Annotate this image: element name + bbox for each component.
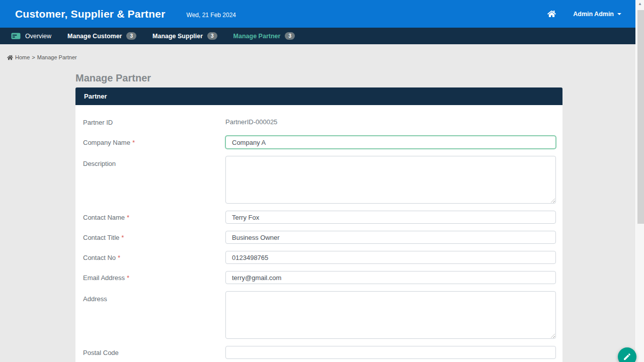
count-badge: 3 xyxy=(285,32,295,40)
label-text: Description xyxy=(83,160,116,167)
label-text: Contact No xyxy=(83,254,116,261)
card-icon xyxy=(11,33,21,39)
field-label-postal-code: Postal Code xyxy=(83,346,225,359)
nav-item-overview[interactable]: Overview xyxy=(11,33,51,40)
field-control-contact-name xyxy=(225,211,556,224)
home-icon[interactable] xyxy=(547,10,556,18)
label-text: Partner ID xyxy=(83,119,113,126)
app-header: Customer, Supplier & Partner Wed, 21 Feb… xyxy=(0,0,635,28)
field-label-company-name: Company Name* xyxy=(83,136,225,149)
required-asterisk: * xyxy=(127,274,129,282)
field-label-address: Address xyxy=(83,291,225,339)
label-text: Contact Title xyxy=(83,234,119,241)
company-name-input[interactable] xyxy=(225,136,556,149)
form-row-email-address: Email Address* xyxy=(83,271,556,284)
field-control-contact-no xyxy=(225,251,556,264)
form-row-company-name: Company Name* xyxy=(83,136,556,149)
home-icon xyxy=(7,55,13,60)
field-control-partner-id: PartnerID-000025 xyxy=(225,116,556,129)
nav-item-label: Manage Supplier xyxy=(152,33,203,40)
field-label-contact-title: Contact Title* xyxy=(83,231,225,244)
nav-item-manage-supplier[interactable]: Manage Supplier 3 xyxy=(152,32,217,40)
label-text: Address xyxy=(83,295,107,303)
nav-item-label: Manage Customer xyxy=(67,33,122,40)
contact-name-input[interactable] xyxy=(225,211,556,224)
nav-item-label: Overview xyxy=(25,33,51,40)
label-text: Email Address xyxy=(83,274,125,282)
page-title: Manage Partner xyxy=(75,72,562,84)
field-control-contact-title xyxy=(225,231,556,244)
field-control-email-address xyxy=(225,271,556,284)
field-label-contact-no: Contact No* xyxy=(83,251,225,264)
breadcrumb-current: Manage Partner xyxy=(37,54,77,60)
count-badge: 3 xyxy=(207,32,217,40)
field-label-partner-id: Partner ID xyxy=(83,116,225,129)
form-row-address: Address xyxy=(83,291,556,339)
label-text: Contact Name xyxy=(83,214,125,221)
field-label-description: Description xyxy=(83,156,225,204)
form-row-contact-title: Contact Title* xyxy=(83,231,556,244)
form-row-partner-id: Partner IDPartnerID-000025 xyxy=(83,116,556,129)
field-control-address xyxy=(225,291,556,339)
main-nav: Overview Manage Customer 3 Manage Suppli… xyxy=(0,28,635,44)
breadcrumb-separator: > xyxy=(32,54,35,60)
required-asterisk: * xyxy=(132,139,135,146)
form-row-contact-no: Contact No* xyxy=(83,251,556,264)
address-textarea[interactable] xyxy=(225,291,556,339)
required-asterisk: * xyxy=(127,214,129,221)
caret-down-icon xyxy=(617,13,621,15)
nav-item-manage-customer[interactable]: Manage Customer 3 xyxy=(67,32,136,40)
nav-item-manage-partner[interactable]: Manage Partner 3 xyxy=(233,32,295,40)
form-row-contact-name: Contact Name* xyxy=(83,211,556,224)
vertical-scrollbar[interactable]: ▲ xyxy=(635,0,644,362)
main-content: Manage Partner Partner Partner IDPartner… xyxy=(75,72,562,362)
field-control-postal-code xyxy=(225,346,556,359)
count-badge: 3 xyxy=(126,32,136,40)
field-label-contact-name: Contact Name* xyxy=(83,211,225,224)
partner-id-value: PartnerID-000025 xyxy=(225,116,556,129)
required-asterisk: * xyxy=(118,254,120,261)
field-label-email-address: Email Address* xyxy=(83,271,225,284)
edit-fab-button[interactable] xyxy=(618,347,636,362)
app-title: Customer, Supplier & Partner xyxy=(15,8,166,20)
field-control-description xyxy=(225,156,556,204)
nav-item-label: Manage Partner xyxy=(233,33,281,40)
postal-code-input[interactable] xyxy=(225,346,556,359)
breadcrumb: Home > Manage Partner xyxy=(0,44,635,60)
contact-title-input[interactable] xyxy=(225,231,556,244)
field-control-company-name xyxy=(225,136,556,149)
panel-header: Partner xyxy=(75,87,562,105)
user-menu[interactable]: Admin Admin xyxy=(573,11,621,18)
form-row-postal-code: Postal Code xyxy=(83,346,556,359)
email-address-input[interactable] xyxy=(225,271,556,284)
description-textarea[interactable] xyxy=(225,156,556,204)
form-row-description: Description xyxy=(83,156,556,204)
partner-form: Partner IDPartnerID-000025Company Name*D… xyxy=(75,105,562,362)
label-text: Postal Code xyxy=(83,349,119,356)
scrollbar-thumb[interactable] xyxy=(637,10,644,224)
contact-no-input[interactable] xyxy=(225,251,556,264)
header-date: Wed, 21 Feb 2024 xyxy=(187,12,236,19)
partner-panel: Partner Partner IDPartnerID-000025Compan… xyxy=(75,87,562,362)
scrollbar-up-arrow[interactable]: ▲ xyxy=(636,2,644,6)
breadcrumb-home-link[interactable]: Home xyxy=(15,54,30,60)
label-text: Company Name xyxy=(83,139,130,146)
user-name: Admin Admin xyxy=(573,11,614,18)
pencil-icon xyxy=(623,352,631,361)
required-asterisk: * xyxy=(121,234,124,241)
app-page: Customer, Supplier & Partner Wed, 21 Feb… xyxy=(0,0,635,362)
